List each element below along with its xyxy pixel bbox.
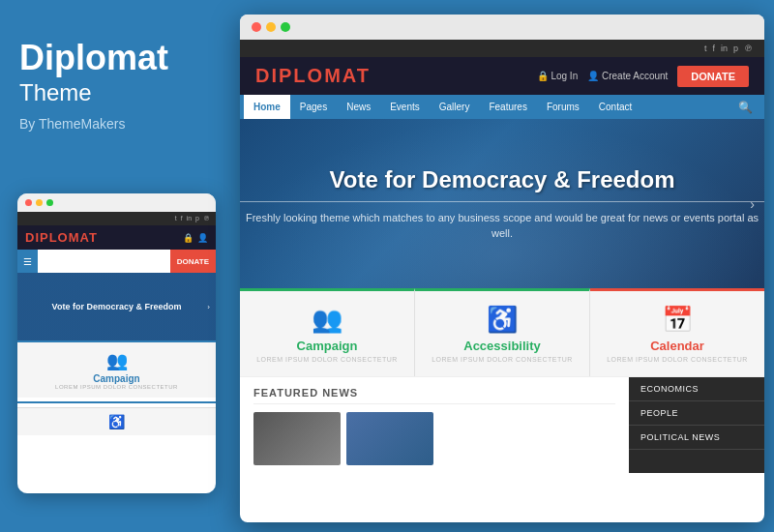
desktop-topbar: t f in p ℗ [240, 40, 764, 57]
nav-features[interactable]: Features [479, 95, 536, 119]
desktop-create-account-link[interactable]: 👤 Create Account [587, 71, 668, 81]
desktop-donate-button[interactable]: DONATE [677, 66, 749, 87]
mobile-social-pinterest: p [195, 215, 199, 222]
desktop-close-dot [252, 22, 261, 32]
mobile-close-dot [25, 199, 32, 206]
login-icon: 🔒 [537, 71, 549, 81]
nav-contact[interactable]: Contact [589, 95, 641, 119]
mobile-logo-text: DIPLO [25, 230, 69, 245]
mobile-campaign-icon: 👥 [25, 350, 208, 371]
desktop-traffic-lights [240, 15, 764, 40]
mobile-accessibility-feature: ♿ [17, 407, 216, 435]
calendar-name: Calendar [600, 339, 755, 353]
mobile-minimize-dot [36, 199, 43, 206]
desktop-logo-text: DIPLO [255, 65, 324, 86]
hero-content: Vote for Democracy & Freedom Freshly loo… [240, 166, 764, 242]
sidebar-political-news[interactable]: POLITICAL NEWS [629, 426, 764, 450]
nav-home[interactable]: Home [244, 95, 290, 119]
login-label: Log In [551, 71, 578, 81]
features-strip: 👥 Campaign LOREM IPSUM DOLOR CONSECTETUR… [240, 288, 764, 376]
mobile-search-bar[interactable] [38, 250, 170, 273]
nav-news[interactable]: News [337, 95, 380, 119]
mobile-logo: DIPLOMAT [25, 230, 98, 245]
mobile-nav-bar: ☰ DONATE [17, 250, 216, 273]
user-icon: 👤 [587, 71, 599, 81]
desktop-mockup: t f in p ℗ DIPLOMAT 🔒 Log In 👤 Create Ac… [240, 15, 764, 522]
calendar-icon: 📅 [600, 305, 755, 335]
mobile-accessibility-icon: ♿ [25, 414, 208, 429]
desktop-nav: Home Pages News Events Gallery Features … [240, 95, 764, 119]
desktop-minimize-dot [266, 22, 276, 32]
desktop-header: DIPLOMAT 🔒 Log In 👤 Create Account DONAT… [240, 57, 764, 95]
mobile-campaign-title: Campaign [25, 373, 208, 384]
mobile-donate-button[interactable]: DONATE [170, 250, 216, 273]
sidebar-economics[interactable]: ECONOMICS [629, 377, 764, 401]
campaign-desc: LOREM IPSUM DOLOR CONSECTETUR [250, 356, 404, 363]
theme-title-bold: Diplomat [19, 39, 232, 77]
desktop-social-facebook: f [712, 44, 715, 53]
mobile-campaign-desc: LOREM IPSUM DOLOR CONSECTETUR [25, 384, 208, 390]
news-image-1 [253, 412, 341, 465]
mobile-topbar: t f in p ℗ [17, 212, 216, 225]
calendar-desc: LOREM IPSUM DOLOR CONSECTETUR [600, 356, 755, 363]
mobile-logo-accent: MAT [69, 230, 98, 245]
nav-forums[interactable]: Forums [537, 95, 589, 119]
mobile-lock-icon: 🔒 [183, 233, 194, 243]
sidebar-news: ECONOMICS PEOPLE POLITICAL NEWS [629, 377, 764, 473]
theme-title-light: Theme [19, 79, 232, 106]
hero-subtitle: Freshly looking theme which matches to a… [240, 210, 764, 242]
desktop-logo: DIPLOMAT [255, 65, 371, 87]
desktop-social-twitter: t [704, 44, 707, 53]
campaign-icon: 👥 [250, 305, 404, 335]
mobile-maximize-dot [46, 199, 53, 206]
desktop-social-linkedin: in [721, 44, 728, 53]
sidebar-people[interactable]: PEOPLE [629, 401, 764, 426]
desktop-social-rss: ℗ [744, 44, 753, 53]
mobile-user-icon: 👤 [197, 233, 208, 243]
mobile-header: DIPLOMAT 🔒 👤 [17, 225, 216, 250]
campaign-name: Campaign [250, 339, 404, 353]
mobile-feature-divider [17, 401, 216, 403]
featured-news-section: FEATURED NEWS [240, 377, 629, 473]
mobile-hero-text: Vote for Democracy & Freedom [52, 302, 182, 311]
create-account-label: Create Account [602, 71, 668, 81]
mobile-hamburger-button[interactable]: ☰ [17, 250, 38, 273]
accessibility-name: Accessibility [425, 339, 580, 353]
desktop-search-icon[interactable]: 🔍 [730, 97, 760, 118]
desktop-social-pinterest: p [733, 44, 738, 53]
desktop-login-link[interactable]: 🔒 Log In [537, 71, 579, 81]
feature-calendar: 📅 Calendar LOREM IPSUM DOLOR CONSECTETUR [590, 288, 764, 376]
mobile-header-icons: 🔒 👤 [183, 233, 208, 243]
mobile-mockup: t f in p ℗ DIPLOMAT 🔒 👤 ☰ DONATE Vote fo… [17, 193, 216, 493]
news-image-2 [346, 412, 433, 465]
mobile-traffic-lights [17, 193, 216, 212]
feature-accessibility: ♿ Accessibility LOREM IPSUM DOLOR CONSEC… [415, 288, 590, 376]
mobile-hero-arrow[interactable]: › [207, 303, 210, 311]
mobile-social-twitter: t [175, 215, 177, 222]
desktop-hero: Vote for Democracy & Freedom Freshly loo… [240, 119, 764, 288]
mobile-social-facebook: f [181, 215, 183, 222]
desktop-hero-arrow[interactable]: › [750, 196, 755, 212]
accessibility-icon: ♿ [425, 305, 580, 335]
nav-gallery[interactable]: Gallery [430, 95, 480, 119]
mobile-social-linkedin: in [187, 215, 192, 222]
mobile-hero: Vote for Democracy & Freedom › [17, 273, 216, 340]
news-images [253, 412, 615, 465]
nav-events[interactable]: Events [380, 95, 430, 119]
nav-pages[interactable]: Pages [290, 95, 337, 119]
feature-campaign: 👥 Campaign LOREM IPSUM DOLOR CONSECTETUR [240, 288, 415, 376]
hero-title: Vote for Democracy & Freedom [240, 166, 764, 202]
featured-news-title: FEATURED NEWS [253, 387, 615, 404]
mobile-social-rss: ℗ [203, 215, 210, 222]
accessibility-desc: LOREM IPSUM DOLOR CONSECTETUR [425, 356, 580, 363]
desktop-header-right: 🔒 Log In 👤 Create Account DONATE [537, 66, 749, 87]
theme-author: By ThemeMakers [19, 116, 232, 132]
desktop-bottom: FEATURED NEWS ECONOMICS PEOPLE POLITICAL… [240, 376, 764, 473]
desktop-logo-accent: MAT [324, 65, 371, 86]
mobile-campaign-feature: 👥 Campaign LOREM IPSUM DOLOR CONSECTETUR [17, 340, 216, 398]
desktop-maximize-dot [281, 22, 290, 32]
